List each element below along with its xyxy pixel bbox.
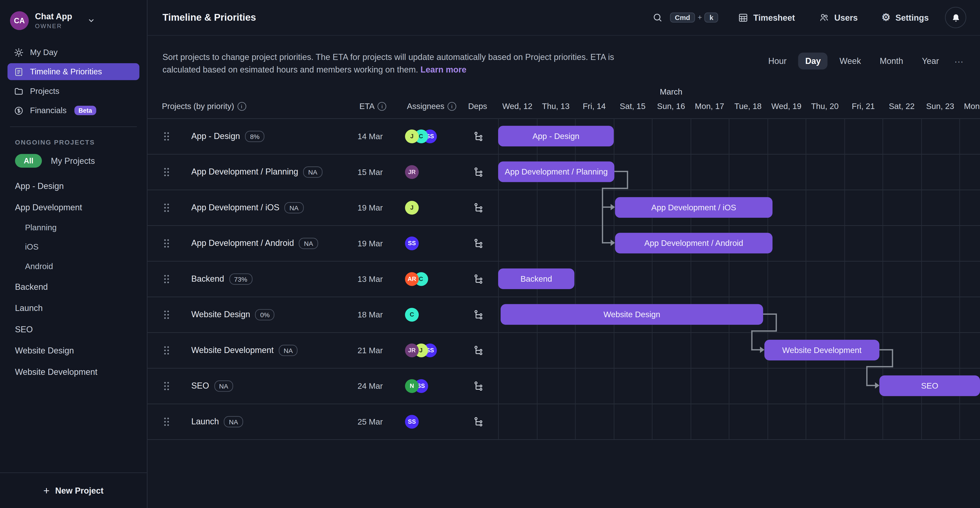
view-tab-day[interactable]: Day bbox=[799, 53, 828, 69]
filter-all-pill[interactable]: All bbox=[15, 154, 42, 168]
drag-handle[interactable] bbox=[164, 131, 169, 141]
new-project-button[interactable]: + New Project bbox=[40, 484, 107, 496]
drag-handle[interactable] bbox=[164, 345, 169, 355]
view-tab-year[interactable]: Year bbox=[915, 53, 946, 69]
view-tab-month[interactable]: Month bbox=[873, 53, 910, 69]
drag-handle[interactable] bbox=[164, 274, 169, 283]
description-line1: Sort projects to change project prioriti… bbox=[162, 53, 614, 62]
eta-value: 19 Mar bbox=[358, 238, 383, 248]
sidebar-item-financials[interactable]: FinancialsBeta bbox=[8, 102, 139, 119]
avatar[interactable]: SS bbox=[405, 236, 419, 250]
dependencies-icon[interactable] bbox=[474, 238, 484, 248]
gantt-bar[interactable]: App - Design bbox=[498, 126, 614, 146]
dependencies-icon[interactable] bbox=[474, 381, 484, 391]
progress-badge: 73% bbox=[229, 273, 252, 284]
day-column-label: Sat, 22 bbox=[889, 101, 915, 110]
info-icon[interactable] bbox=[378, 102, 387, 111]
project-name: SEO bbox=[191, 381, 209, 390]
gear-icon: ⚙ bbox=[881, 13, 891, 22]
dependencies-icon[interactable] bbox=[474, 309, 484, 319]
avatar[interactable]: AR bbox=[405, 272, 419, 286]
avatar[interactable]: JR bbox=[405, 343, 419, 357]
project-cell: Backend73% bbox=[191, 273, 252, 284]
gantt-bar[interactable]: App Development / Android bbox=[615, 232, 773, 253]
project-cell: Website DevelopmentNA bbox=[191, 344, 298, 356]
learn-more-link[interactable]: Learn more bbox=[420, 65, 466, 74]
dependencies-icon[interactable] bbox=[474, 131, 484, 141]
gantt-bar-label: Website Development bbox=[782, 345, 862, 355]
sidebar-project-item[interactable]: Android bbox=[0, 257, 147, 276]
day-column-label: Tue, 18 bbox=[734, 101, 762, 110]
sidebar-project-item[interactable]: iOS bbox=[0, 237, 147, 256]
sidebar-item-projects[interactable]: Projects bbox=[8, 83, 139, 99]
sidebar-project-item[interactable]: Planning bbox=[0, 218, 147, 237]
project-cell: App Development / AndroidNA bbox=[191, 238, 318, 249]
new-project-label: New Project bbox=[55, 486, 103, 495]
assignee-avatars: C bbox=[405, 307, 419, 321]
workspace-switcher[interactable]: CA Chat App OWNER bbox=[10, 11, 139, 30]
drag-handle[interactable] bbox=[164, 167, 169, 176]
dependencies-icon[interactable] bbox=[474, 203, 484, 212]
sidebar-project-item[interactable]: Website Development bbox=[0, 361, 147, 382]
sidebar-project-item[interactable]: Backend bbox=[0, 276, 147, 297]
filter-my-projects[interactable]: My Projects bbox=[51, 156, 95, 165]
sidebar-item-my-day[interactable]: My Day bbox=[8, 44, 139, 61]
sidebar-project-item[interactable]: App Development bbox=[0, 196, 147, 218]
timeline-priorities-app: CA Chat App OWNER My DayTimeline & Prior… bbox=[0, 0, 980, 508]
avatar[interactable]: JR bbox=[405, 165, 419, 179]
gantt-bar[interactable]: Website Design bbox=[501, 304, 763, 324]
sidebar-project-item[interactable]: App - Design bbox=[0, 175, 147, 196]
project-cell: SEONA bbox=[191, 380, 233, 391]
gantt-bar[interactable]: Backend bbox=[498, 268, 574, 289]
drag-handle[interactable] bbox=[164, 381, 169, 390]
column-eta: ETA bbox=[359, 101, 387, 110]
gantt-bar[interactable]: Website Development bbox=[764, 340, 879, 360]
workspace-name: Chat App bbox=[35, 12, 72, 22]
sidebar-project-item[interactable]: SEO bbox=[0, 319, 147, 340]
drag-handle[interactable] bbox=[164, 310, 169, 319]
gantt-bar[interactable]: App Development / Planning bbox=[498, 161, 614, 182]
sidebar-project-list: App - DesignApp DevelopmentPlanningiOSAn… bbox=[0, 175, 147, 382]
gantt-bar[interactable]: SEO bbox=[879, 375, 980, 396]
dependencies-icon[interactable] bbox=[474, 417, 484, 427]
avatar[interactable]: N bbox=[405, 379, 419, 393]
drag-handle[interactable] bbox=[164, 203, 169, 212]
avatar[interactable]: SS bbox=[405, 415, 419, 428]
more-options-button[interactable]: ... bbox=[951, 54, 966, 68]
page-title: Timeline & Priorities bbox=[162, 12, 256, 23]
dependency-connector bbox=[614, 171, 628, 172]
avatar[interactable]: J bbox=[405, 201, 419, 214]
gantt-bar[interactable]: App Development / iOS bbox=[615, 197, 773, 217]
sidebar-project-item[interactable]: Launch bbox=[0, 297, 147, 319]
project-name: App - Design bbox=[191, 131, 240, 141]
drag-handle[interactable] bbox=[164, 417, 169, 426]
gantt-bar-label: App Development / Android bbox=[644, 238, 743, 248]
chevron-down-icon bbox=[87, 17, 95, 24]
sidebar-project-item[interactable]: Website Design bbox=[0, 340, 147, 361]
dependencies-icon[interactable] bbox=[474, 345, 484, 355]
settings-button[interactable]: ⚙ Settings bbox=[878, 12, 932, 23]
notifications-button[interactable] bbox=[945, 7, 966, 28]
avatar[interactable]: C bbox=[405, 307, 419, 321]
timesheet-button[interactable]: Timesheet bbox=[735, 12, 799, 23]
drag-handle[interactable] bbox=[164, 238, 169, 248]
info-icon[interactable] bbox=[237, 102, 246, 111]
assignee-avatars: JCSS bbox=[405, 129, 437, 143]
users-button[interactable]: Users bbox=[815, 12, 862, 23]
list-icon bbox=[14, 67, 24, 77]
gantt-bar-label: App - Design bbox=[533, 131, 579, 141]
day-column-label: Thu, 20 bbox=[811, 101, 838, 110]
info-icon[interactable] bbox=[447, 102, 457, 111]
dependencies-icon[interactable] bbox=[474, 274, 484, 284]
gridline bbox=[844, 118, 845, 439]
view-tab-hour[interactable]: Hour bbox=[761, 53, 793, 69]
gridline bbox=[767, 118, 768, 439]
avatar[interactable]: J bbox=[405, 129, 419, 143]
view-tab-week[interactable]: Week bbox=[833, 53, 868, 69]
dependency-arrow bbox=[875, 382, 880, 388]
day-column-label: Sat, 15 bbox=[620, 101, 646, 110]
sun-icon bbox=[14, 47, 24, 57]
search-icon[interactable] bbox=[652, 13, 662, 22]
sidebar-item-timeline-priorities[interactable]: Timeline & Priorities bbox=[8, 63, 139, 80]
dependencies-icon[interactable] bbox=[474, 167, 484, 177]
